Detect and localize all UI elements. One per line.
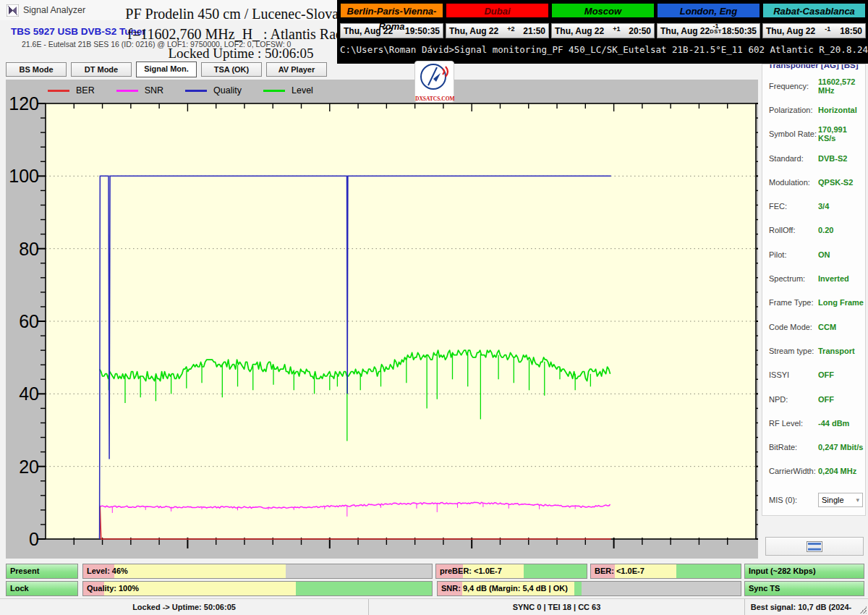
lock-indicator: Lock bbox=[6, 581, 78, 596]
y-tick-label: 100 bbox=[9, 166, 39, 186]
input-indicator: Input (~282 Kbps) bbox=[744, 564, 864, 579]
param-code-mode: Code Mode:CCM bbox=[762, 315, 865, 339]
signal-analyzer-window: Signal Analyzer TBS 5927 USB DVB-S2 Tune… bbox=[0, 0, 868, 615]
ber-swatch bbox=[48, 90, 69, 92]
param-stream-type: Stream type:Transport bbox=[762, 339, 865, 362]
param-polarization: Polarization:Horizontal bbox=[762, 98, 865, 122]
param-rf-level: RF Level:-44 dBm bbox=[762, 411, 865, 435]
parameter-list: Frequency:11602,572 MHz Polarization:Hor… bbox=[762, 74, 865, 483]
status-bar: Locked -> Uptime: 50:06:05 SYNC 0 | TEI … bbox=[0, 598, 868, 615]
dxsatcs-logo: DXSATCS.COM bbox=[414, 61, 454, 103]
chart-legend: BER SNR Quality Level bbox=[48, 85, 313, 96]
app-icon bbox=[7, 4, 19, 17]
logo-text: DXSATCS.COM bbox=[415, 96, 454, 102]
tab-av-player[interactable]: AV Player bbox=[266, 62, 327, 77]
param-modulation: Modulation:QPSK-S2 bbox=[762, 170, 865, 194]
level-bar: Level: 46% bbox=[82, 564, 433, 579]
y-tick-label: 40 bbox=[19, 383, 39, 404]
frequency-service: f=11602,760 MHz_H_ : Atlantis Radio bbox=[122, 26, 360, 43]
param-carrierwidth: CarrierWidth:0,204 MHz bbox=[762, 459, 865, 483]
ber-bar: BER: <1.0E-7 bbox=[590, 564, 741, 579]
transponder-sidebar: Transponder [AG] [BS] Frequency:11602,57… bbox=[762, 64, 866, 516]
tab-signal-mon[interactable]: Signal Mon. bbox=[136, 62, 197, 77]
param-frequency: Frequency:11602,572 MHz bbox=[762, 74, 865, 98]
legend-item-ber: BER bbox=[48, 85, 95, 96]
sidebar-title: Transponder [AG] [BS] bbox=[768, 64, 859, 69]
tab-tsa[interactable]: TSA (OK) bbox=[201, 62, 262, 77]
preber-bar: preBER: <1.0E-7 bbox=[435, 564, 587, 579]
param-standard: Standard:DVB-S2 bbox=[762, 146, 865, 170]
console-prompt[interactable]: C:\Users\Roman Dávid>Signal monitoring_P… bbox=[340, 44, 866, 55]
stripes-icon bbox=[807, 541, 822, 552]
locked-uptime: Locked Uptime : 50:06:05 bbox=[122, 46, 360, 62]
clock-moscow: Moscow Thu, Aug 22 +1 20:50 bbox=[551, 3, 655, 38]
tab-dt-mode[interactable]: DT Mode bbox=[71, 62, 132, 77]
sync-ts-indicator: Sync TS bbox=[744, 581, 864, 596]
status-uptime: Locked -> Uptime: 50:06:05 bbox=[0, 599, 369, 615]
chart-panel: 020406080100120 BER SNR Quality Level bbox=[6, 80, 758, 559]
chevron-down-icon: ▾ bbox=[856, 496, 859, 504]
mis-label: MIS (0): bbox=[769, 496, 818, 504]
snr-bar: SNR: 9,4 dB (Margin: 5,4 dB | OK) bbox=[437, 581, 741, 596]
y-tick-label: 0 bbox=[29, 529, 39, 549]
header-info: PF Prodelin 450 cm / Lucenec-Slovakia f=… bbox=[122, 6, 360, 62]
y-tick-label: 60 bbox=[19, 311, 39, 331]
param-bitrate: BitRate:0,247 Mbit/s bbox=[762, 435, 865, 459]
signal-chart: 020406080100120 bbox=[6, 80, 758, 559]
antenna-location: PF Prodelin 450 cm / Lucenec-Slovakia bbox=[122, 6, 360, 22]
mis-row: MIS (0): Single ▾ bbox=[769, 493, 863, 507]
legend-item-level: Level bbox=[263, 85, 313, 96]
tab-bar: BS Mode DT Mode Signal Mon. TSA (OK) AV … bbox=[6, 62, 327, 77]
clock-columns: Berlin-Paris-Vienna-Roma Thu, Aug 22 19:… bbox=[340, 3, 866, 38]
param-symbol-rate: Symbol Rate:170,991 KS/s bbox=[762, 122, 865, 146]
legend-item-snr: SNR bbox=[116, 85, 163, 96]
resize-grip[interactable] bbox=[859, 606, 867, 614]
param-pilot: Pilot:ON bbox=[762, 242, 865, 266]
clock-berlin: Berlin-Paris-Vienna-Roma Thu, Aug 22 19:… bbox=[340, 3, 443, 38]
clock-london: London, Eng Thu, Aug 22 -1DST 18:50:35 bbox=[657, 3, 760, 38]
y-tick-label: 20 bbox=[19, 457, 39, 477]
quality-bar: Quality: 100% bbox=[82, 581, 433, 596]
window-title: Signal Analyzer bbox=[23, 5, 85, 15]
param-issyi: ISSYIOFF bbox=[762, 363, 865, 387]
clock-rabat: Rabat-Casablanca Thu, Aug 22 -1 18:50 bbox=[762, 3, 866, 38]
snr-swatch bbox=[116, 90, 138, 92]
param-fec: FEC:3/4 bbox=[762, 194, 865, 218]
tab-bs-mode[interactable]: BS Mode bbox=[6, 62, 67, 77]
status-sync: SYNC 0 | TEI 18 | CC 63 bbox=[369, 599, 745, 615]
param-spectrum: Spectrum:Inverted bbox=[762, 266, 865, 290]
quality-swatch bbox=[185, 90, 207, 92]
param-rolloff: RollOff:0.20 bbox=[762, 219, 865, 242]
present-indicator: Present bbox=[6, 564, 78, 579]
y-tick-label: 80 bbox=[19, 239, 39, 259]
mis-dropdown[interactable]: Single ▾ bbox=[818, 493, 863, 507]
level-swatch bbox=[263, 90, 285, 92]
legend-item-quality: Quality bbox=[185, 85, 242, 96]
param-npd: NPD:OFF bbox=[762, 387, 865, 411]
world-clock-panel: Berlin-Paris-Vienna-Roma Thu, Aug 22 19:… bbox=[337, 0, 868, 64]
constellation-button[interactable] bbox=[765, 537, 864, 556]
clock-dubai: Dubai Thu, Aug 22 +2 21:50 bbox=[446, 3, 549, 38]
status-best-signal: Best signal: 10,7 dB (2024-08-22 06:48) bbox=[745, 599, 857, 615]
param-frame-type: Frame Type:Long Frame bbox=[762, 291, 865, 315]
satellite-dish-icon bbox=[419, 62, 451, 92]
y-tick-label: 120 bbox=[9, 93, 39, 114]
